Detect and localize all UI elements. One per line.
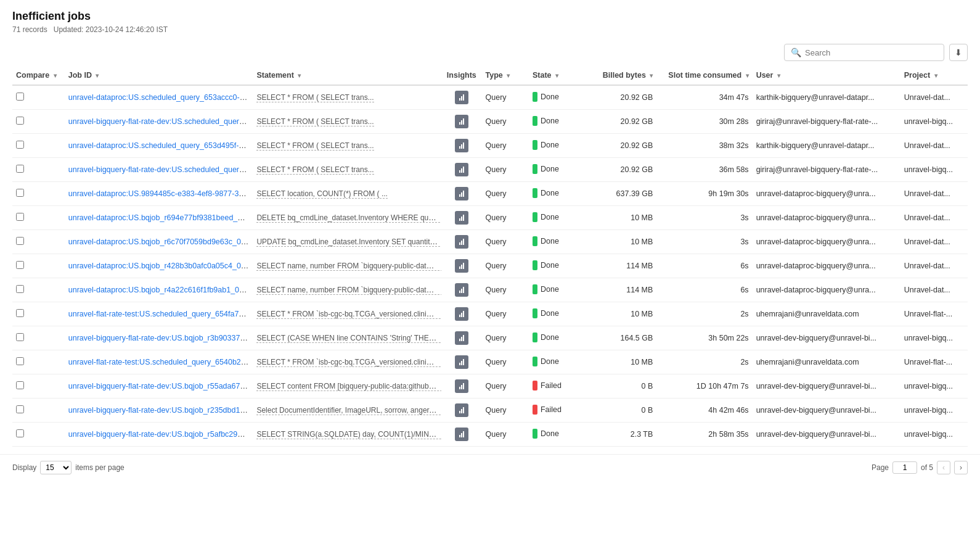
compare-cell[interactable] — [12, 182, 65, 206]
insights-cell[interactable] — [441, 350, 481, 374]
insights-button[interactable] — [455, 379, 468, 393]
statement-text[interactable]: SELECT * FROM ( SELECT trans... — [256, 165, 374, 175]
compare-cell[interactable] — [12, 350, 65, 374]
row-checkbox[interactable] — [16, 93, 24, 101]
job-link[interactable]: unravel-dataproc:US.9894485c-e383-4ef8-9… — [68, 189, 253, 198]
jobid-cell[interactable]: unravel-dataproc:US.bqjob_r694e77bf9381b… — [65, 206, 253, 230]
insights-button[interactable] — [455, 403, 468, 417]
user-header[interactable]: User ▾ — [753, 66, 900, 85]
compare-cell[interactable] — [12, 230, 65, 254]
items-per-page-select[interactable]: 15 25 50 100 — [40, 461, 71, 474]
insights-button[interactable] — [455, 187, 468, 200]
job-link[interactable]: unravel-bigquery-flat-rate-dev:US.schedu… — [68, 165, 253, 174]
statement-text[interactable]: SELECT * FROM `isb-cgc-bq.TCGA_versioned… — [256, 310, 441, 319]
jobid-cell[interactable]: unravel-dataproc:US.scheduled_query_653a… — [65, 85, 253, 110]
job-link[interactable]: unravel-bigquery-flat-rate-dev:US.bqjob_… — [68, 334, 253, 342]
job-link[interactable]: unravel-flat-rate-test:US.scheduled_quer… — [68, 310, 253, 318]
jobid-cell[interactable]: unravel-bigquery-flat-rate-dev:US.schedu… — [65, 158, 253, 182]
insights-cell[interactable] — [441, 423, 481, 447]
compare-cell[interactable] — [12, 206, 65, 230]
insights-cell[interactable] — [441, 254, 481, 278]
jobid-cell[interactable]: unravel-dataproc:US.bqjob_r6c70f7059bd9e… — [65, 230, 253, 254]
compare-cell[interactable] — [12, 302, 65, 326]
compare-cell[interactable] — [12, 423, 65, 447]
insights-cell[interactable] — [441, 85, 481, 110]
insights-cell[interactable] — [441, 374, 481, 399]
insights-cell[interactable] — [441, 278, 481, 302]
job-link[interactable]: unravel-dataproc:US.scheduled_query_653d… — [68, 141, 253, 150]
jobid-cell[interactable]: unravel-dataproc:US.9894485c-e383-4ef8-9… — [65, 182, 253, 206]
insights-button[interactable] — [455, 235, 468, 249]
row-checkbox[interactable] — [16, 357, 24, 365]
insights-button[interactable] — [455, 115, 468, 128]
insights-cell[interactable] — [441, 182, 481, 206]
row-checkbox[interactable] — [16, 237, 24, 245]
job-link[interactable]: unravel-dataproc:US.bqjob_r6c70f7059bd9e… — [68, 238, 253, 246]
jobid-cell[interactable]: unravel-dataproc:US.bqjob_r4a22c616f1fb9… — [65, 278, 253, 302]
compare-cell[interactable] — [12, 158, 65, 182]
download-button[interactable]: ⬇ — [949, 44, 968, 61]
search-box[interactable]: 🔍 — [784, 44, 944, 61]
statement-text[interactable]: UPDATE bq_cmdLine_dataset.Inventory SET … — [256, 238, 441, 247]
compare-cell[interactable] — [12, 85, 65, 110]
statement-text[interactable]: SELECT * FROM ( SELECT trans... — [256, 141, 374, 151]
statement-text[interactable]: SELECT content FROM [bigquery-public-dat… — [256, 382, 441, 391]
job-link[interactable]: unravel-dataproc:US.scheduled_query_653a… — [68, 93, 253, 102]
statement-text[interactable]: DELETE bq_cmdLine_dataset.Inventory WHER… — [256, 213, 441, 223]
insights-button[interactable] — [455, 163, 468, 176]
page-input[interactable] — [892, 461, 917, 474]
insights-button[interactable] — [455, 139, 468, 152]
compare-cell[interactable] — [12, 278, 65, 302]
row-checkbox[interactable] — [16, 405, 24, 413]
statement-text[interactable]: SELECT name, number FROM `bigquery-publi… — [256, 286, 441, 295]
statement-text[interactable]: SELECT name, number FROM `bigquery-publi… — [256, 262, 441, 271]
row-checkbox[interactable] — [16, 141, 24, 149]
statement-text[interactable]: SELECT * FROM ( SELECT trans... — [256, 93, 374, 102]
statement-header[interactable]: Statement ▾ — [253, 66, 441, 85]
slot-header[interactable]: Slot time consumed ▾ — [656, 66, 752, 85]
insights-button[interactable] — [455, 355, 468, 369]
prev-page-button[interactable]: ‹ — [937, 461, 950, 474]
insights-cell[interactable] — [441, 158, 481, 182]
jobid-cell[interactable]: unravel-bigquery-flat-rate-dev:US.schedu… — [65, 110, 253, 134]
insights-button[interactable] — [455, 283, 468, 297]
insights-button[interactable] — [455, 259, 468, 273]
job-link[interactable]: unravel-flat-rate-test:US.scheduled_quer… — [68, 358, 253, 366]
compare-cell[interactable] — [12, 399, 65, 423]
row-checkbox[interactable] — [16, 285, 24, 293]
insights-cell[interactable] — [441, 110, 481, 134]
billed-header[interactable]: Billed bytes ▾ — [589, 66, 656, 85]
jobid-cell[interactable]: unravel-bigquery-flat-rate-dev:US.bqjob_… — [65, 374, 253, 399]
row-checkbox[interactable] — [16, 429, 24, 437]
row-checkbox[interactable] — [16, 213, 24, 221]
statement-text[interactable]: SELECT * FROM ( SELECT trans... — [256, 117, 374, 126]
insights-cell[interactable] — [441, 326, 481, 350]
statement-text[interactable]: SELECT STRING(a.SQLDATE) day, COUNT(1)/M… — [256, 430, 441, 439]
insights-button[interactable] — [455, 428, 468, 441]
job-link[interactable]: unravel-bigquery-flat-rate-dev:US.bqjob_… — [68, 382, 253, 390]
search-input[interactable] — [805, 48, 937, 57]
job-link[interactable]: unravel-bigquery-flat-rate-dev:US.schedu… — [68, 117, 253, 126]
jobid-header[interactable]: Job ID ▾ — [65, 66, 253, 85]
compare-cell[interactable] — [12, 134, 65, 158]
compare-cell[interactable] — [12, 254, 65, 278]
horizontal-scrollbar[interactable] — [12, 447, 968, 452]
statement-text[interactable]: SELECT * FROM `isb-cgc-bq.TCGA_versioned… — [256, 358, 441, 367]
compare-cell[interactable] — [12, 374, 65, 399]
row-checkbox[interactable] — [16, 381, 24, 389]
compare-header[interactable]: Compare ▾ — [12, 66, 65, 85]
job-link[interactable]: unravel-bigquery-flat-rate-dev:US.bqjob_… — [68, 406, 253, 415]
statement-text[interactable]: SELECT location, COUNT(*) FROM ( ... — [256, 189, 387, 199]
jobid-cell[interactable]: unravel-bigquery-flat-rate-dev:US.bqjob_… — [65, 326, 253, 350]
row-checkbox[interactable] — [16, 333, 24, 341]
job-link[interactable]: unravel-dataproc:US.bqjob_r428b3b0afc0a0… — [68, 262, 253, 270]
row-checkbox[interactable] — [16, 117, 24, 125]
statement-text[interactable]: SELECT (CASE WHEN line CONTAINS 'String'… — [256, 334, 441, 343]
insights-cell[interactable] — [441, 399, 481, 423]
insights-cell[interactable] — [441, 206, 481, 230]
state-header[interactable]: State ▾ — [529, 66, 589, 85]
jobid-cell[interactable]: unravel-flat-rate-test:US.scheduled_quer… — [65, 350, 253, 374]
row-checkbox[interactable] — [16, 309, 24, 317]
insights-cell[interactable] — [441, 134, 481, 158]
jobid-cell[interactable]: unravel-flat-rate-test:US.scheduled_quer… — [65, 302, 253, 326]
